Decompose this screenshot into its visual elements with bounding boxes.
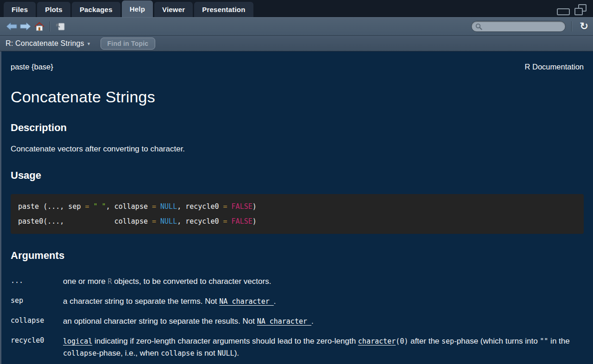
argument-name: recycle0 — [11, 335, 63, 359]
window-controls — [557, 4, 587, 15]
code-token: = — [152, 217, 156, 226]
open-in-new-window-button[interactable] — [53, 20, 67, 32]
code-token: " " — [94, 202, 106, 211]
code-token: , recycle0 — [177, 202, 223, 211]
description-segment: an optional character string to separate… — [63, 317, 257, 326]
help-pane: Files Plots Packages Help Viewer Present… — [0, 0, 593, 364]
description-segment: after the — [408, 337, 442, 345]
code-token — [156, 217, 160, 226]
code-token: ) — [252, 202, 257, 211]
argument-row: collapsean optional character string to … — [11, 315, 584, 327]
code-token: , collapse — [106, 202, 152, 211]
page-title: Concatenate Strings — [11, 88, 584, 106]
description-heading: Description — [11, 122, 584, 134]
minimize-icon[interactable] — [557, 8, 570, 15]
package-reference: paste {base} — [11, 63, 53, 71]
help-link[interactable]: NA_character_ — [257, 317, 311, 326]
code-token: NULL — [160, 217, 177, 226]
description-segment: in the — [548, 337, 569, 345]
code-token: = — [223, 217, 227, 226]
restore-windows-icon[interactable] — [574, 4, 587, 15]
description-segment: ). — [234, 349, 239, 358]
tab-plots[interactable]: Plots — [37, 2, 70, 17]
description-segment: is not — [194, 349, 217, 358]
description-segment: sep — [442, 337, 454, 345]
code-token: , recycle0 — [177, 217, 223, 226]
usage-heading: Usage — [11, 169, 584, 182]
doc-header: paste {base} R Documentation — [11, 63, 584, 71]
help-toolbar: ↻ — [0, 17, 593, 36]
code-token: = — [85, 202, 89, 211]
description-segment: -phase (which turns into — [454, 337, 540, 345]
argument-row: sepa character string to separate the te… — [11, 295, 584, 308]
code-token: ) — [252, 217, 257, 226]
pane-tabbar: Files Plots Packages Help Viewer Present… — [0, 0, 593, 17]
help-link[interactable]: NA_character_ — [219, 297, 273, 306]
usage-code-line: paste (..., sep = " ", collapse = NULL, … — [18, 199, 576, 214]
toolbar-separator — [50, 21, 50, 31]
code-token: paste0(..., collapse — [18, 217, 152, 226]
pane-tabs: Files Plots Packages Help Viewer Present… — [0, 0, 255, 17]
code-token — [89, 202, 94, 211]
argument-description: a character string to separate the terms… — [63, 295, 584, 308]
topic-title-label: R: Concatenate Strings — [6, 39, 84, 48]
arguments-heading: Arguments — [11, 250, 584, 262]
usage-code-line: paste0(..., collapse = NULL, recycle0 = … — [18, 214, 576, 229]
help-search-box[interactable] — [471, 21, 566, 32]
forward-button[interactable] — [19, 20, 32, 32]
tab-presentation[interactable]: Presentation — [194, 2, 253, 17]
code-token: NULL — [160, 202, 177, 211]
argument-name: collapse — [11, 315, 63, 327]
help-link[interactable]: logical — [63, 337, 92, 345]
refresh-icon[interactable]: ↻ — [580, 21, 588, 31]
code-token: FALSE — [232, 217, 252, 226]
description-segment: collapse — [161, 349, 194, 358]
code-token: = — [223, 202, 227, 211]
doc-type-label: R Documentation — [525, 63, 584, 71]
description-segment: one or more — [63, 277, 107, 286]
topic-title-dropdown[interactable]: R: Concatenate Strings ▾ — [6, 39, 90, 48]
code-token — [227, 202, 232, 211]
help-document: paste {base} R Documentation Concatenate… — [0, 51, 593, 364]
argument-row: ...one or more R objects, to be converte… — [11, 276, 584, 288]
arguments-table: ...one or more R objects, to be converte… — [11, 276, 584, 359]
find-in-topic-button[interactable]: Find in Topic — [101, 38, 156, 50]
argument-name: sep — [11, 295, 63, 308]
topic-bar: R: Concatenate Strings ▾ Find in Topic — [0, 36, 593, 51]
search-input[interactable] — [482, 23, 554, 31]
home-button[interactable] — [32, 20, 46, 32]
tab-files[interactable]: Files — [4, 2, 36, 17]
argument-description: one or more R objects, to be converted t… — [63, 276, 584, 288]
home-icon — [34, 21, 45, 31]
toolbar-right: ↻ — [471, 21, 588, 32]
tab-packages[interactable]: Packages — [72, 2, 120, 17]
code-token: = — [152, 202, 156, 211]
argument-description: logical indicating if zero-length charac… — [63, 335, 584, 359]
description-segment: collapse — [63, 349, 96, 358]
code-token — [227, 217, 232, 226]
description-segment: objects, to be converted to character ve… — [112, 277, 271, 286]
back-arrow-icon — [6, 22, 17, 31]
search-icon — [475, 23, 482, 30]
description-segment: -phase, i.e., when — [96, 349, 161, 358]
description-segment: . — [311, 317, 314, 326]
description-segment: NULL — [218, 349, 234, 358]
description-text: Concatenate vectors after converting to … — [11, 144, 584, 154]
description-segment: indicating if zero-length character argu… — [92, 337, 358, 345]
description-segment: . — [274, 297, 276, 306]
back-button[interactable] — [5, 20, 19, 32]
open-in-new-window-icon — [55, 22, 65, 31]
description-segment: (0) — [396, 337, 408, 345]
toolbar-separator-2 — [571, 21, 572, 31]
description-segment: "" — [540, 337, 548, 345]
tab-help[interactable]: Help — [122, 0, 153, 17]
argument-description: an optional character string to separate… — [63, 315, 584, 327]
usage-code-block: paste (..., sep = " ", collapse = NULL, … — [11, 194, 584, 234]
description-segment: a character string to separate the terms… — [63, 297, 219, 306]
argument-name: ... — [11, 276, 63, 288]
help-link[interactable]: character — [358, 337, 396, 345]
argument-row: recycle0logical indicating if zero-lengt… — [11, 335, 584, 359]
code-token: FALSE — [232, 202, 252, 211]
code-token: paste (..., sep — [18, 202, 85, 211]
tab-viewer[interactable]: Viewer — [154, 2, 193, 17]
